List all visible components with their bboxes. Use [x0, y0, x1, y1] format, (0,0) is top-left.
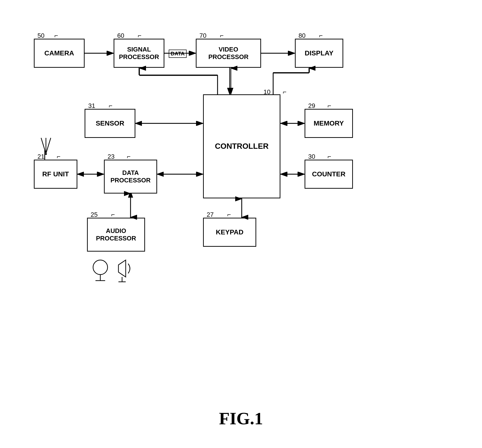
memory-block: MEMORY — [304, 109, 353, 138]
audio-processor-block: AUDIOPROCESSOR — [87, 218, 145, 252]
data-label: DATA — [169, 50, 187, 58]
figure-label: FIG.1 — [219, 408, 263, 429]
microphone-icon — [91, 259, 110, 284]
controller-block: CONTROLLER — [203, 94, 280, 198]
sensor-label: SENSOR — [96, 119, 124, 128]
signal-processor-block: SIGNALPROCESSOR — [114, 39, 164, 68]
audio-processor-label: AUDIOPROCESSOR — [96, 227, 136, 242]
rf-unit-block: RF UNIT — [34, 160, 77, 189]
keypad-label: KEYPAD — [216, 228, 244, 236]
camera-ref: 50 — [38, 32, 45, 40]
sensor-block: SENSOR — [85, 109, 135, 138]
antenna-icon — [36, 133, 56, 156]
video-processor-label: VIDEOPROCESSOR — [208, 46, 249, 61]
data-processor-ref: 23 — [108, 153, 115, 160]
video-processor-block: VIDEOPROCESSOR — [196, 39, 261, 68]
keypad-ref: 27 — [207, 211, 214, 218]
sensor-ref: 31 — [88, 102, 95, 110]
svg-line-25 — [41, 138, 46, 154]
counter-ref: 30 — [308, 153, 315, 160]
controller-ref: 10 — [264, 88, 271, 96]
camera-block: CAMERA — [34, 39, 85, 68]
audio-processor-ref: 25 — [91, 211, 98, 218]
rf-unit-ref: 21 — [38, 153, 45, 160]
svg-point-29 — [93, 260, 108, 275]
keypad-block: KEYPAD — [203, 218, 256, 247]
counter-label: COUNTER — [312, 170, 345, 178]
svg-line-27 — [46, 138, 51, 154]
data-processor-block: DATAPROCESSOR — [104, 160, 157, 193]
display-ref: 80 — [299, 32, 305, 40]
memory-ref: 29 — [308, 102, 315, 110]
controller-label: CONTROLLER — [215, 141, 269, 152]
display-block: DISPLAY — [295, 39, 343, 68]
camera-label: CAMERA — [45, 49, 74, 57]
counter-block: COUNTER — [304, 160, 353, 189]
speaker-icon — [115, 259, 137, 284]
signal-processor-label: SIGNALPROCESSOR — [119, 46, 159, 61]
video-processor-ref: 70 — [199, 32, 206, 40]
svg-marker-28 — [45, 154, 47, 155]
memory-label: MEMORY — [314, 119, 344, 128]
data-processor-label: DATAPROCESSOR — [110, 169, 151, 184]
svg-marker-32 — [118, 260, 126, 277]
signal-processor-ref: 60 — [117, 32, 124, 40]
rf-unit-label: RF UNIT — [42, 170, 69, 178]
display-label: DISPLAY — [305, 49, 334, 57]
